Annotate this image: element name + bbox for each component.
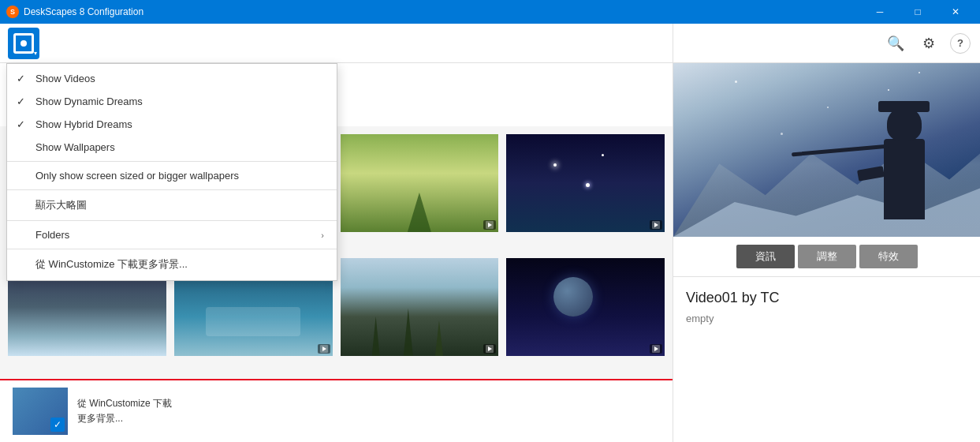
- thumb-preview: [506, 134, 665, 232]
- submenu-arrow-icon: ›: [321, 230, 324, 240]
- thumb-preview: [341, 258, 499, 356]
- menu-item-show-videos[interactable]: ✓ Show Videos: [7, 67, 337, 90]
- video-badge: [483, 220, 496, 230]
- menu-label-show-wallpapers: Show Wallpapers: [35, 141, 324, 153]
- menu-item-screen-sized[interactable]: ✓ Only show screen sized or bigger wallp…: [7, 164, 337, 187]
- tab-effects[interactable]: 特效: [859, 245, 918, 268]
- gear-icon: ⚙: [922, 35, 935, 52]
- close-button[interactable]: ✕: [937, 0, 974, 24]
- help-icon: ?: [957, 37, 963, 49]
- bottom-download-bar: ✓ 從 WinCustomize 下載 更多背景...: [0, 379, 673, 442]
- dropdown-menu: ✓ Show Videos ✓ Show Dynamic Dreams ✓ Sh…: [6, 63, 337, 281]
- dropdown-arrow-icon: ▾: [34, 50, 37, 57]
- menu-separator-1: [7, 161, 337, 162]
- maximize-button[interactable]: □: [900, 0, 936, 24]
- menu-label-show-dynamic-dreams: Show Dynamic Dreams: [35, 96, 324, 107]
- search-icon: 🔍: [887, 35, 904, 52]
- menu-item-download[interactable]: ✓ 從 WinCustomize 下載更多背景...: [7, 252, 337, 277]
- menu-separator-4: [7, 249, 337, 249]
- video-badge: [650, 344, 662, 354]
- menu-item-show-dynamic-dreams[interactable]: ✓ Show Dynamic Dreams: [7, 90, 337, 113]
- menu-item-show-wallpapers[interactable]: ✓ Show Wallpapers: [7, 136, 337, 159]
- video-badge: [318, 344, 330, 354]
- download-text-line1: 從 WinCustomize 下載: [77, 396, 172, 411]
- app-title: DeskScapes 8 Configuration: [24, 6, 143, 17]
- main-content: ▾ ✓ Show Videos ✓ Show Dynamic Dreams ✓ …: [0, 24, 980, 442]
- bottom-text: 從 WinCustomize 下載 更多背景...: [77, 396, 172, 426]
- search-button[interactable]: 🔍: [884, 32, 907, 55]
- tab-adjust[interactable]: 調整: [798, 245, 856, 268]
- bottom-thumb: ✓: [13, 388, 68, 435]
- right-panel: 🔍 ⚙ ?: [673, 24, 980, 442]
- menu-label-download: 從 WinCustomize 下載更多背景...: [35, 257, 324, 272]
- window-controls: ─ □ ✕: [862, 0, 974, 24]
- video-badge: [650, 220, 662, 230]
- wallpaper-title: Video01 by TC: [686, 290, 967, 306]
- thumbnail-item[interactable]: [339, 257, 501, 358]
- detail-tabs: 資訊 調整 特效: [673, 237, 980, 277]
- check-icon-dynamic: ✓: [17, 96, 29, 107]
- menu-item-folders[interactable]: ✓ Folders ›: [7, 223, 337, 246]
- download-text-line2: 更多背景...: [77, 411, 172, 426]
- app-icon: S: [6, 6, 19, 18]
- thumb-preview: [506, 258, 665, 356]
- thumb-preview: [341, 134, 499, 232]
- thumbnail-item[interactable]: [505, 133, 666, 234]
- menu-item-show-hybrid-dreams[interactable]: ✓ Show Hybrid Dreams: [7, 113, 337, 136]
- wallpaper-subtitle: empty: [686, 313, 967, 324]
- title-bar: S DeskScapes 8 Configuration ─ □ ✕: [0, 0, 980, 24]
- tab-info[interactable]: 資訊: [736, 245, 795, 268]
- settings-button[interactable]: ⚙: [917, 32, 941, 55]
- menu-label-thumbnails: 顯示大略圖: [35, 198, 324, 212]
- toolbar: ▾: [0, 24, 673, 63]
- menu-label-show-hybrid-dreams: Show Hybrid Dreams: [35, 118, 324, 130]
- app-logo-inner: [13, 33, 34, 54]
- right-toolbar: 🔍 ⚙ ?: [673, 24, 980, 63]
- help-button[interactable]: ?: [950, 33, 971, 54]
- menu-label-screen-sized: Only show screen sized or bigger wallpap…: [35, 170, 324, 182]
- menu-separator-3: [7, 220, 337, 221]
- minimize-button[interactable]: ─: [862, 0, 898, 24]
- left-panel: ▾ ✓ Show Videos ✓ Show Dynamic Dreams ✓ …: [0, 24, 673, 442]
- video-badge: [483, 344, 496, 354]
- check-icon-hybrid: ✓: [17, 118, 29, 130]
- menu-item-thumbnails[interactable]: ✓ 顯示大略圖: [7, 193, 337, 218]
- thumbnail-item[interactable]: [505, 257, 666, 358]
- info-section: Video01 by TC empty: [673, 277, 980, 337]
- thumbnail-item[interactable]: [339, 133, 501, 234]
- menu-label-folders: Folders: [35, 229, 315, 241]
- title-bar-left: S DeskScapes 8 Configuration: [6, 6, 143, 18]
- menu-separator-2: [7, 189, 337, 190]
- menu-label-show-videos: Show Videos: [35, 73, 324, 84]
- preview-background: [673, 63, 980, 237]
- app-logo-button[interactable]: ▾: [8, 28, 39, 59]
- check-icon-videos: ✓: [17, 73, 29, 84]
- selected-check-icon: ✓: [50, 418, 65, 432]
- preview-image: [673, 63, 980, 237]
